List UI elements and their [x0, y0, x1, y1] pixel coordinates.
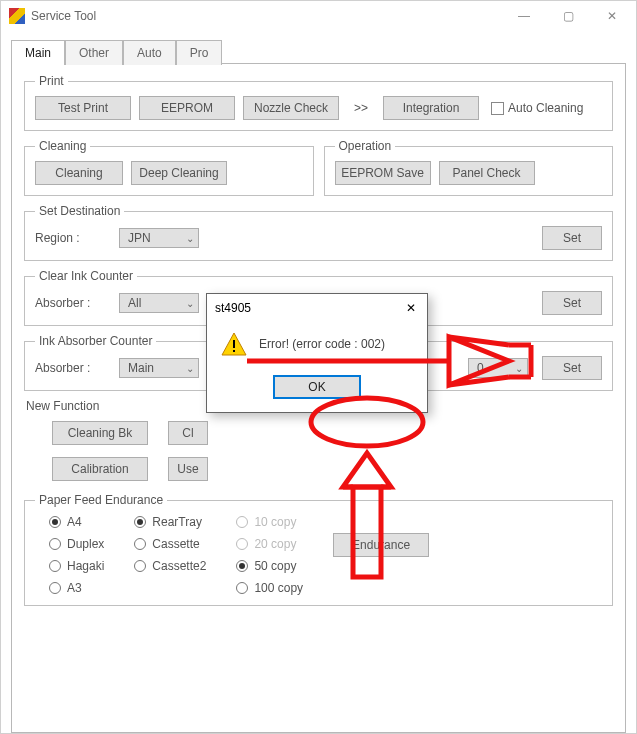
paper-feed-group: Paper Feed Endurance A4 Duplex Hagaki A3… [24, 493, 613, 606]
calibration-button[interactable]: Calibration [52, 457, 148, 481]
region-label: Region : [35, 231, 105, 245]
radio-a3[interactable]: A3 [49, 581, 104, 595]
error-dialog: st4905 ✕ Error! (error code : 002) OK [206, 293, 428, 413]
print-legend: Print [35, 74, 68, 88]
set-clear-ink-button[interactable]: Set [542, 291, 602, 315]
radio-10copy[interactable]: 10 copy [236, 515, 303, 529]
svg-rect-2 [233, 350, 235, 352]
ink-absorber-value2-select[interactable]: 0 ⌄ [468, 358, 528, 378]
chevron-down-icon: ⌄ [186, 233, 194, 244]
dialog-titlebar: st4905 ✕ [207, 294, 427, 322]
chevron-down-icon: ⌄ [515, 363, 523, 374]
tab-main[interactable]: Main [11, 40, 65, 65]
dialog-ok-button[interactable]: OK [274, 376, 360, 398]
window-minimize-button[interactable]: — [502, 1, 546, 31]
ink-absorber-legend: Ink Absorber Counter [35, 334, 156, 348]
chevron-down-icon: ⌄ [186, 363, 194, 374]
integration-button[interactable]: Integration [383, 96, 479, 120]
radio-hagaki[interactable]: Hagaki [49, 559, 104, 573]
window-close-button[interactable]: ✕ [590, 1, 634, 31]
pfe-col-tray: RearTray Cassette Cassette2 [134, 515, 206, 573]
radio-duplex[interactable]: Duplex [49, 537, 104, 551]
radio-cassette2[interactable]: Cassette2 [134, 559, 206, 573]
radio-cassette[interactable]: Cassette [134, 537, 206, 551]
auto-cleaning-checkbox[interactable]: Auto Cleaning [491, 101, 583, 115]
dialog-close-button[interactable]: ✕ [403, 300, 419, 316]
nozzle-check-button[interactable]: Nozzle Check [243, 96, 339, 120]
checkbox-icon [491, 102, 504, 115]
operation-legend: Operation [335, 139, 396, 153]
auto-cleaning-label: Auto Cleaning [508, 101, 583, 115]
window-maximize-button[interactable]: ▢ [546, 1, 590, 31]
cleaning-legend: Cleaning [35, 139, 90, 153]
tab-strip: Main Other Auto Pro [11, 39, 626, 64]
radio-reartray[interactable]: RearTray [134, 515, 206, 529]
radio-100copy[interactable]: 100 copy [236, 581, 303, 595]
pfe-col-copy: 10 copy 20 copy 50 copy 100 copy [236, 515, 303, 595]
print-group: Print Test Print EEPROM Nozzle Check >> … [24, 74, 613, 131]
clear-absorber-select[interactable]: All ⌄ [119, 293, 199, 313]
clear-absorber-value: All [128, 296, 141, 310]
panel-check-button[interactable]: Panel Check [439, 161, 535, 185]
cleaning-bk-button[interactable]: Cleaning Bk [52, 421, 148, 445]
dialog-message: Error! (error code : 002) [259, 337, 385, 351]
ink-absorber-select[interactable]: Main ⌄ [119, 358, 199, 378]
set-ink-absorber-button[interactable]: Set [542, 356, 602, 380]
use-button[interactable]: Use [168, 457, 208, 481]
region-select-value: JPN [128, 231, 151, 245]
tab-pro[interactable]: Pro [176, 40, 223, 65]
ink-absorber-value2: 0 [477, 361, 484, 375]
window-titlebar: Service Tool — ▢ ✕ [1, 1, 636, 31]
tab-other[interactable]: Other [65, 40, 123, 65]
endurance-button[interactable]: Endurance [333, 533, 429, 557]
svg-rect-1 [233, 340, 235, 348]
operation-group: Operation EEPROM Save Panel Check [324, 139, 614, 196]
radio-50copy[interactable]: 50 copy [236, 559, 303, 573]
set-region-button[interactable]: Set [542, 226, 602, 250]
eeprom-save-button[interactable]: EEPROM Save [335, 161, 431, 185]
radio-a4[interactable]: A4 [49, 515, 104, 529]
clear-ink-legend: Clear Ink Counter [35, 269, 137, 283]
app-icon [9, 8, 25, 24]
radio-20copy[interactable]: 20 copy [236, 537, 303, 551]
set-destination-legend: Set Destination [35, 204, 124, 218]
deep-cleaning-button[interactable]: Deep Cleaning [131, 161, 227, 185]
eeprom-button[interactable]: EEPROM [139, 96, 235, 120]
pfe-col-size: A4 Duplex Hagaki A3 [49, 515, 104, 595]
cleaning-cl-button[interactable]: Cl [168, 421, 208, 445]
warning-icon [221, 332, 247, 356]
dialog-title: st4905 [215, 301, 251, 315]
cleaning-group: Cleaning Cleaning Deep Cleaning [24, 139, 314, 196]
cleaning-button[interactable]: Cleaning [35, 161, 123, 185]
more-buttons-icon[interactable]: >> [347, 101, 375, 115]
region-select[interactable]: JPN ⌄ [119, 228, 199, 248]
set-destination-group: Set Destination Region : JPN ⌄ Set [24, 204, 613, 261]
test-print-button[interactable]: Test Print [35, 96, 131, 120]
ink-absorber-label: Absorber : [35, 361, 105, 375]
tab-auto[interactable]: Auto [123, 40, 176, 65]
paper-feed-legend: Paper Feed Endurance [35, 493, 167, 507]
window-title: Service Tool [31, 9, 502, 23]
clear-absorber-label: Absorber : [35, 296, 105, 310]
chevron-down-icon: ⌄ [186, 298, 194, 309]
ink-absorber-value: Main [128, 361, 154, 375]
